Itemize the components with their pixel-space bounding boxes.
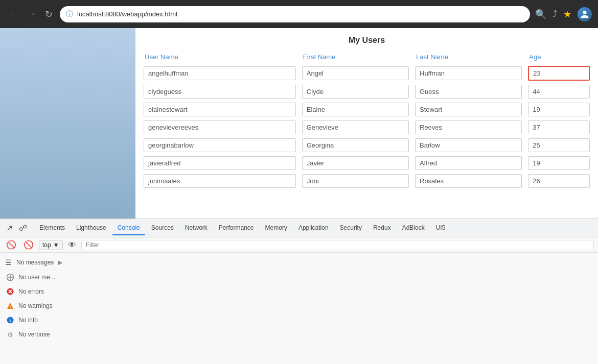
- svg-text:!: !: [10, 305, 11, 309]
- eye-icon[interactable]: 👁: [66, 239, 78, 251]
- lastname-input[interactable]: [415, 156, 522, 170]
- console-item-no-info[interactable]: iNo info: [0, 313, 598, 327]
- devtools-tab-sources[interactable]: Sources: [146, 221, 179, 235]
- table-cell: [299, 118, 412, 136]
- browser-body: My Users User Name First Name Last Name …: [0, 28, 598, 364]
- console-item-no-warnings[interactable]: !No warnings: [0, 299, 598, 313]
- page-title: My Users: [135, 28, 598, 50]
- age-input[interactable]: [528, 85, 590, 99]
- age-input[interactable]: [528, 138, 590, 152]
- browser-actions: 🔍 ⤴ ★: [535, 7, 592, 21]
- console-label-no-user-messages: No user me...: [18, 274, 55, 281]
- table-cell: [299, 101, 412, 118]
- firstname-input[interactable]: [302, 66, 409, 80]
- username-input[interactable]: [144, 156, 296, 170]
- devtools-tab-application[interactable]: Application: [293, 221, 334, 235]
- devtools-tab-console[interactable]: Console: [112, 221, 145, 235]
- devtools-content: ☰No messages▶No user me...No errors!No w…: [0, 253, 598, 364]
- console-label-no-info: No info: [18, 317, 38, 324]
- table-row: [141, 136, 593, 154]
- lastname-input[interactable]: [415, 120, 522, 134]
- firstname-input[interactable]: [302, 138, 409, 152]
- star-icon[interactable]: ★: [563, 9, 571, 20]
- forward-button[interactable]: →: [25, 7, 38, 21]
- age-input[interactable]: [528, 156, 590, 170]
- username-input[interactable]: [144, 66, 296, 80]
- console-label-no-messages: No messages: [16, 259, 54, 266]
- devtools-tab-redux[interactable]: Redux: [368, 221, 396, 235]
- expand-arrow[interactable]: ▶: [58, 259, 62, 266]
- search-icon[interactable]: 🔍: [535, 9, 546, 20]
- share-icon[interactable]: ⤴: [553, 9, 557, 19]
- age-input[interactable]: [528, 103, 590, 116]
- col-header-lastname: Last Name: [412, 50, 525, 64]
- inspect-icon[interactable]: ↗: [4, 221, 15, 235]
- table-cell: [141, 172, 299, 190]
- console-item-no-user-messages[interactable]: No user me...: [0, 270, 598, 284]
- table-cell: [525, 154, 593, 172]
- devtools-tab-memory[interactable]: Memory: [260, 221, 292, 235]
- lastname-input[interactable]: [415, 85, 522, 99]
- table-cell: [525, 83, 593, 101]
- table-cell: [141, 83, 299, 101]
- table-row: [141, 101, 593, 118]
- info-icon: ⓘ: [66, 10, 73, 19]
- username-input[interactable]: [144, 120, 296, 134]
- firstname-input[interactable]: [302, 85, 409, 99]
- clear-icon[interactable]: 🚫: [4, 239, 18, 251]
- devtools-tab-elements[interactable]: Elements: [34, 221, 70, 235]
- username-input[interactable]: [144, 103, 296, 116]
- device-icon[interactable]: ☍: [17, 221, 29, 235]
- lastname-input[interactable]: [415, 138, 522, 152]
- devtools-tab-network[interactable]: Network: [180, 221, 213, 235]
- filter-input[interactable]: [81, 240, 594, 250]
- console-bar-no-messages: ☰No messages▶: [0, 255, 598, 270]
- console-item-no-verbose[interactable]: ⚙No verbose: [0, 327, 598, 342]
- context-selector[interactable]: top ▼: [39, 240, 63, 250]
- col-header-age: Age: [525, 50, 593, 64]
- table-cell: [525, 172, 593, 190]
- console-item-no-errors[interactable]: No errors: [0, 284, 598, 299]
- username-input[interactable]: [144, 174, 296, 188]
- firstname-input[interactable]: [302, 103, 409, 116]
- table-cell: [525, 64, 593, 83]
- lastname-input[interactable]: [415, 66, 522, 80]
- devtools-tab-ui5[interactable]: UI5: [431, 221, 451, 235]
- verbose-icon: ⚙: [6, 330, 14, 338]
- age-input[interactable]: [528, 120, 590, 134]
- firstname-input[interactable]: [302, 120, 409, 134]
- age-input[interactable]: [528, 174, 590, 188]
- table-row: [141, 64, 593, 83]
- table-row: [141, 83, 593, 101]
- lastname-input[interactable]: [415, 174, 522, 188]
- table-cell: [299, 172, 412, 190]
- table-cell: [525, 118, 593, 136]
- firstname-input[interactable]: [302, 174, 409, 188]
- back-button[interactable]: ←: [6, 7, 19, 21]
- age-input[interactable]: [528, 66, 590, 81]
- console-items-container: ☰No messages▶No user me...No errors!No w…: [0, 255, 598, 342]
- reload-button[interactable]: ↻: [43, 7, 55, 22]
- devtools-tab-performance[interactable]: Performance: [214, 221, 259, 235]
- table-cell: [412, 118, 525, 136]
- firstname-input[interactable]: [302, 156, 409, 170]
- devtools-tab-lighthouse[interactable]: Lighthouse: [71, 221, 111, 235]
- table-cell: [141, 118, 299, 136]
- table-cell: [141, 136, 299, 154]
- table-cell: [525, 101, 593, 118]
- table-cell: [412, 172, 525, 190]
- devtools-panel: ↗ ☍ ElementsLighthouseConsoleSourcesNetw…: [0, 219, 598, 364]
- devtools-tab-security[interactable]: Security: [335, 221, 367, 235]
- sidebar: [0, 28, 135, 219]
- lastname-input[interactable]: [415, 103, 522, 116]
- username-input[interactable]: [144, 85, 296, 99]
- list-icon: ☰: [4, 258, 12, 266]
- username-input[interactable]: [144, 138, 296, 152]
- table-row: [141, 172, 593, 190]
- table-cell: [141, 64, 299, 83]
- devtools-tab-adblock[interactable]: AdBlock: [397, 221, 430, 235]
- address-bar[interactable]: ⓘ localhost:8080/webapp/index.html: [60, 6, 530, 22]
- avatar: [578, 7, 592, 21]
- filter-icon[interactable]: 🚫: [21, 239, 36, 251]
- table-cell: [141, 154, 299, 172]
